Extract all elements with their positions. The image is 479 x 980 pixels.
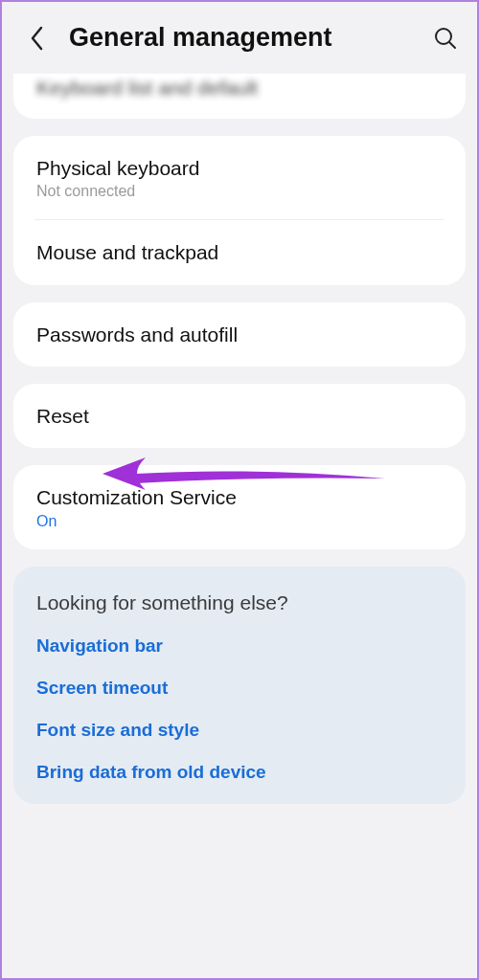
suggestion-link-navigation-bar[interactable]: Navigation bar	[36, 635, 443, 657]
settings-item-title: Mouse and trackpad	[36, 239, 443, 265]
settings-item-mouse-trackpad[interactable]: Mouse and trackpad	[13, 220, 466, 284]
settings-group-reset: Reset	[13, 384, 466, 448]
settings-item-passwords-autofill[interactable]: Passwords and autofill	[13, 302, 466, 367]
settings-item-reset[interactable]: Reset	[13, 384, 466, 448]
settings-item-physical-keyboard[interactable]: Physical keyboard Not connected	[13, 136, 466, 219]
suggestion-link-screen-timeout[interactable]: Screen timeout	[36, 678, 443, 699]
settings-item-subtitle: Not connected	[36, 183, 443, 200]
page-title: General management	[69, 23, 431, 53]
header: General management	[2, 2, 477, 74]
settings-item-title: Physical keyboard	[36, 155, 443, 181]
chevron-left-icon	[30, 26, 45, 51]
settings-group-customization: Customization Service On	[13, 465, 466, 548]
settings-item-title: Customization Service	[36, 484, 443, 510]
settings-item-title: Passwords and autofill	[36, 322, 443, 347]
settings-item-title: Reset	[36, 403, 443, 429]
settings-item-customization-service[interactable]: Customization Service On	[13, 465, 466, 548]
suggestions-card: Looking for something else? Navigation b…	[13, 567, 466, 804]
settings-group-input: Physical keyboard Not connected Mouse an…	[13, 136, 466, 285]
back-button[interactable]	[23, 24, 52, 53]
suggestion-link-font-size[interactable]: Font size and style	[36, 720, 443, 741]
svg-line-1	[449, 42, 455, 48]
search-button[interactable]	[431, 24, 460, 53]
suggestions-heading: Looking for something else?	[36, 591, 443, 614]
search-icon	[433, 26, 458, 51]
settings-group-passwords: Passwords and autofill	[13, 302, 466, 367]
content: Keyboard list and default Physical keybo…	[2, 74, 477, 815]
settings-item-keyboard-list[interactable]: Keyboard list and default	[13, 74, 466, 119]
settings-item-title: Keyboard list and default	[36, 74, 443, 100]
suggestion-link-bring-data[interactable]: Bring data from old device	[36, 762, 443, 783]
settings-item-status: On	[36, 513, 443, 530]
